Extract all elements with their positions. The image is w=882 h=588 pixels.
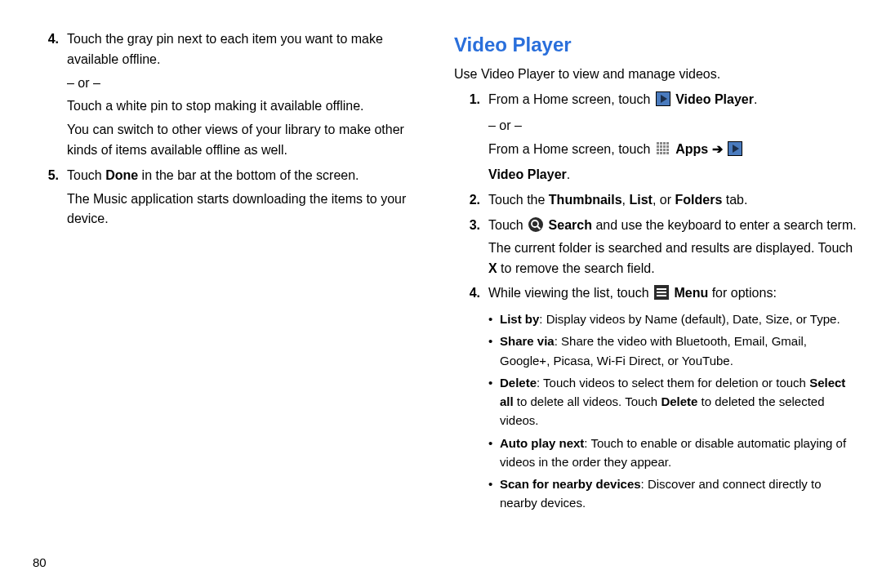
right-item-4: 4. While viewing the list, touch Menu fo…: [454, 283, 859, 515]
step-number: 5.: [33, 166, 67, 233]
text-part: ,: [622, 193, 630, 207]
list-label: List: [630, 193, 653, 207]
video-player-label: Video Player: [675, 92, 754, 106]
step-body: Touch the gray pin next to each item you…: [67, 29, 428, 164]
options-bullets: •List by: Display videos by Name (defaul…: [488, 310, 859, 513]
text: Video Player.: [488, 165, 859, 185]
list-item: •Scan for nearby devices: Discover and c…: [488, 474, 859, 513]
svg-rect-15: [657, 152, 659, 154]
x-label: X: [488, 261, 497, 275]
arrow-icon: ➔: [708, 142, 726, 156]
menu-icon: [654, 285, 669, 306]
svg-rect-3: [657, 142, 659, 145]
left-column: 4. Touch the gray pin next to each item …: [33, 29, 446, 572]
text: Touch the gray pin next to each item you…: [67, 29, 428, 70]
list-item: •Share via: Share the video with Bluetoo…: [488, 332, 859, 370]
step-body: Touch Done in the bar at the bottom of t…: [67, 166, 428, 233]
right-item-2: 2. Touch the Thumbnails, List, or Folder…: [454, 190, 859, 214]
thumbnails-label: Thumbnails: [549, 193, 622, 207]
bullet-text: to delete all videos. Touch: [514, 394, 662, 408]
right-column: Video Player Use Video Player to view an…: [446, 29, 859, 572]
video-player-icon: [728, 141, 742, 163]
bullet-dot: •: [488, 310, 500, 328]
text: Touch a white pin to stop making it avai…: [67, 96, 428, 117]
list-item: •Delete: Touch videos to select them for…: [488, 373, 859, 430]
intro-text: Use Video Player to view and manage vide…: [454, 65, 859, 85]
apps-icon: [656, 141, 670, 163]
right-list: 1. From a Home screen, touch Video Playe…: [454, 90, 859, 516]
svg-rect-13: [663, 149, 666, 151]
menu-label: Menu: [674, 286, 708, 300]
step-number: 4.: [454, 283, 488, 515]
text-part: Touch: [488, 218, 527, 232]
svg-rect-5: [663, 142, 666, 145]
video-player-label: Video Player: [488, 167, 567, 181]
bullet-label: Share via: [500, 334, 555, 348]
text-part: From a Home screen, touch: [488, 92, 654, 106]
bullet-label: Delete: [500, 376, 537, 390]
text: The Music application starts downloading…: [67, 189, 428, 230]
svg-rect-10: [666, 145, 669, 148]
text: While viewing the list, touch Menu for o…: [488, 283, 859, 306]
left-list: 4. Touch the gray pin next to each item …: [33, 29, 428, 233]
or-separator: – or –: [488, 116, 859, 136]
svg-rect-17: [663, 152, 666, 154]
text: From a Home screen, touch Video Player.: [488, 90, 859, 113]
svg-rect-25: [657, 288, 666, 290]
apps-label: Apps: [675, 142, 708, 156]
step-body: From a Home screen, touch Video Player. …: [488, 90, 859, 189]
svg-rect-12: [660, 149, 662, 151]
search-label: Search: [549, 218, 592, 232]
text-part: From a Home screen, touch: [488, 142, 654, 156]
section-heading: Video Player: [454, 29, 859, 60]
bullet-dot: •: [488, 373, 500, 430]
text-part: , or: [653, 193, 675, 207]
text-part: in the bar at the bottom of the screen.: [138, 168, 359, 182]
text-part: .: [754, 92, 757, 106]
page-number: 80: [33, 553, 47, 572]
right-item-3: 3. Touch Search and use the keyboard to …: [454, 216, 859, 282]
bullet-label: Scan for nearby devices: [500, 477, 641, 491]
text-part: for options:: [708, 286, 777, 300]
svg-rect-6: [666, 142, 669, 145]
bullet-text: : Touch videos to select them for deleti…: [537, 376, 809, 390]
left-item-4: 4. Touch the gray pin next to each item …: [33, 29, 428, 164]
step-number: 4.: [33, 29, 67, 164]
step-number: 1.: [454, 90, 488, 189]
svg-rect-9: [663, 145, 666, 148]
bullet-label: Delete: [661, 394, 697, 408]
step-body: Touch the Thumbnails, List, or Folders t…: [488, 190, 859, 214]
svg-rect-16: [660, 152, 662, 154]
svg-rect-7: [657, 145, 659, 148]
text-part: .: [567, 167, 570, 181]
svg-rect-11: [657, 149, 659, 151]
text-part: Touch: [67, 168, 105, 182]
list-item: •Auto play next: Touch to enable or disa…: [488, 434, 859, 472]
step-body: Touch Search and use the keyboard to ent…: [488, 216, 859, 282]
bullet-text: : Display videos by Name (default), Date…: [539, 312, 840, 326]
bullet-dot: •: [488, 474, 500, 513]
svg-point-21: [528, 217, 543, 232]
bullet-dot: •: [488, 332, 500, 370]
svg-rect-4: [660, 142, 662, 145]
text: You can switch to other views of your li…: [67, 120, 428, 161]
step-body: While viewing the list, touch Menu for o…: [488, 283, 859, 515]
right-item-1: 1. From a Home screen, touch Video Playe…: [454, 90, 859, 189]
or-separator: – or –: [67, 74, 428, 94]
text-part: Touch the: [488, 193, 549, 207]
svg-rect-14: [666, 149, 669, 151]
text: Touch Done in the bar at the bottom of t…: [67, 166, 428, 186]
manual-page: 4. Touch the gray pin next to each item …: [0, 0, 882, 588]
done-label: Done: [105, 168, 138, 182]
svg-rect-26: [657, 292, 666, 293]
text-part: tab.: [722, 193, 747, 207]
video-player-icon: [656, 91, 670, 113]
bullet-label: List by: [500, 312, 539, 326]
list-item: •List by: Display videos by Name (defaul…: [488, 310, 859, 328]
step-number: 3.: [454, 216, 488, 282]
text: From a Home screen, touch Apps ➔: [488, 140, 859, 163]
step-number: 2.: [454, 190, 488, 214]
text-part: While viewing the list, touch: [488, 286, 653, 300]
left-item-5: 5. Touch Done in the bar at the bottom o…: [33, 166, 428, 233]
svg-rect-27: [657, 295, 666, 296]
